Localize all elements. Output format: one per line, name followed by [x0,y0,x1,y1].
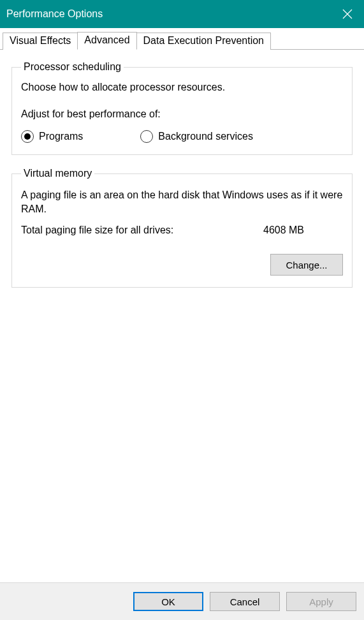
tab-data-execution-prevention[interactable]: Data Execution Prevention [136,33,271,50]
ok-button[interactable]: OK [133,592,203,611]
adjust-performance-label: Adjust for best performance of: [21,108,343,120]
virtual-memory-legend: Virtual memory [21,168,94,179]
radio-icon [21,130,34,143]
titlebar: Performance Options [0,0,364,28]
processor-scheduling-legend: Processor scheduling [21,61,124,73]
tab-content: Processor scheduling Choose how to alloc… [0,50,364,582]
tab-strip: Visual Effects Advanced Data Execution P… [0,28,364,50]
cancel-button[interactable]: Cancel [210,592,280,611]
tab-advanced[interactable]: Advanced [77,32,136,50]
radio-icon [140,130,153,143]
processor-scheduling-description: Choose how to allocate processor resourc… [21,82,343,93]
virtual-memory-description: A paging file is an area on the hard dis… [21,188,343,216]
close-button[interactable] [331,0,364,28]
radio-programs-label: Programs [39,131,83,142]
close-icon [342,9,353,19]
radio-background-label: Background services [158,131,253,142]
processor-scheduling-group: Processor scheduling Choose how to alloc… [11,61,353,155]
radio-group-performance: Programs Background services [21,130,343,143]
change-button[interactable]: Change... [270,254,343,276]
window-title: Performance Options [6,8,103,20]
radio-background-services[interactable]: Background services [140,130,253,143]
virtual-memory-group: Virtual memory A paging file is an area … [11,168,353,288]
dialog-footer: OK Cancel Apply [0,582,364,620]
tab-visual-effects[interactable]: Visual Effects [3,33,78,50]
apply-button[interactable]: Apply [286,592,356,611]
total-paging-row: Total paging file size for all drives: 4… [21,225,343,236]
radio-programs[interactable]: Programs [21,130,83,143]
total-paging-label: Total paging file size for all drives: [21,225,263,236]
total-paging-value: 4608 MB [263,225,304,236]
